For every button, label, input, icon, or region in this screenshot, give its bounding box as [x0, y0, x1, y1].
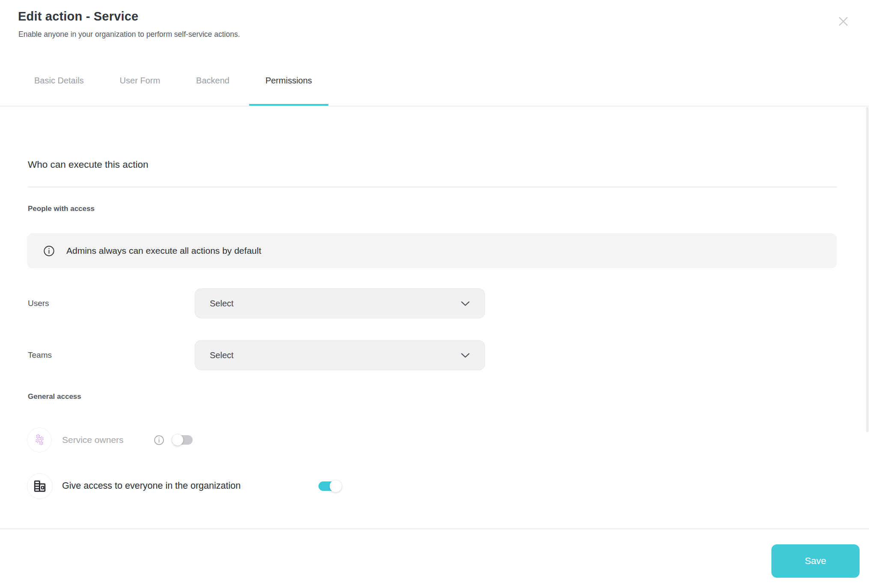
tab-permissions[interactable]: Permissions [249, 66, 328, 106]
service-owners-toggle[interactable] [172, 434, 193, 445]
save-button[interactable]: Save [771, 544, 860, 578]
tab-user-form[interactable]: User Form [104, 66, 176, 106]
toggle-knob [330, 480, 342, 492]
admins-info-banner: Admins always can execute all actions by… [27, 233, 837, 268]
everyone-access-toggle[interactable] [318, 480, 342, 492]
tab-backend[interactable]: Backend [180, 66, 246, 106]
section-divider [28, 187, 837, 187]
tab-bar: Basic Details User Form Backend Permissi… [18, 66, 328, 106]
users-select-value: Select [210, 299, 461, 309]
admins-info-text: Admins always can execute all actions by… [66, 246, 261, 256]
everyone-access-label: Give access to everyone in the organizat… [62, 481, 241, 491]
tab-bar-divider [0, 106, 869, 107]
chevron-down-icon [461, 353, 470, 358]
users-label: Users [28, 299, 49, 308]
page-subtitle: Enable anyone in your organization to pe… [18, 30, 240, 39]
close-icon [836, 15, 850, 28]
page-title: Edit action - Service [18, 9, 138, 24]
info-icon [43, 245, 55, 257]
chevron-down-icon [461, 301, 470, 306]
teams-select[interactable]: Select [195, 340, 485, 370]
general-access-label: General access [28, 392, 81, 401]
toggle-knob [172, 434, 183, 445]
users-select[interactable]: Select [195, 288, 485, 318]
service-owners-avatar [27, 428, 52, 452]
service-owners-cluster-icon [32, 433, 47, 447]
info-icon[interactable] [153, 434, 165, 446]
organization-avatar [27, 473, 53, 499]
close-button[interactable] [833, 11, 854, 32]
tab-basic-details[interactable]: Basic Details [18, 66, 100, 106]
teams-label: Teams [28, 350, 52, 360]
service-owners-label: Service owners [62, 435, 124, 445]
footer-divider [0, 528, 869, 529]
section-title-who-can-execute: Who can execute this action [28, 159, 148, 170]
teams-select-value: Select [210, 350, 461, 360]
organization-building-icon [32, 478, 48, 494]
people-with-access-label: People with access [28, 205, 95, 213]
scrollbar-thumb[interactable] [866, 107, 869, 432]
